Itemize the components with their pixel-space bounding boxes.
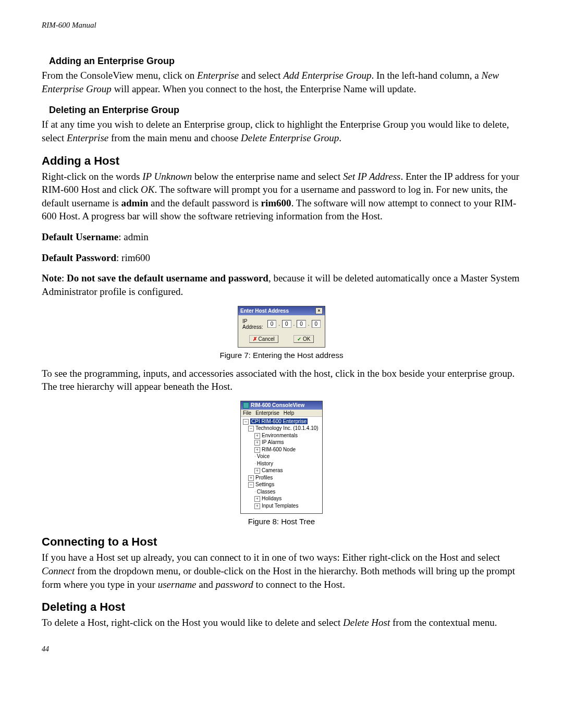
ip-address-row: IP Address: 0. 0. 0. 0	[238, 315, 325, 333]
ip-octet-1-input[interactable]: 0	[267, 320, 276, 328]
text: below the enterprise name and select	[192, 171, 343, 182]
text: and select	[239, 70, 283, 81]
ip-octet-3-input[interactable]: 0	[297, 320, 305, 328]
tree-node-profiles[interactable]: +Profiles	[243, 474, 320, 482]
expand-icon[interactable]: +	[254, 503, 260, 509]
note-line: Note: Do not save the default username a…	[42, 272, 521, 298]
tree-node-voice[interactable]: ·Voice	[243, 453, 320, 460]
cancel-button-label: Cancel	[259, 336, 275, 342]
tree-leaf-icon: ·	[254, 453, 256, 459]
heading-adding-host: Adding a Host	[42, 154, 521, 168]
menu-help[interactable]: Help	[284, 410, 295, 416]
text: From the ConsoleView menu, click on	[42, 70, 197, 81]
expand-icon[interactable]: +	[254, 496, 260, 502]
text: . In the left-hand column, a	[371, 70, 481, 81]
tree-leaf-icon: ·	[254, 489, 256, 495]
tree-leaf-icon: ·	[254, 461, 256, 466]
text: :	[62, 273, 67, 283]
dialog-titlebar: Enter Host Address ×	[238, 306, 325, 315]
menu-file[interactable]: File	[243, 410, 251, 416]
tree-node-cameras[interactable]: +Cameras	[243, 467, 320, 474]
figure-7-caption: Figure 7: Entering the Host address	[42, 351, 521, 360]
text-italic: Delete Host	[343, 617, 390, 628]
tree-label: Holidays	[262, 496, 282, 501]
text-italic: password	[216, 579, 253, 590]
figure-consoleview-window: RIM-600 ConsoleView File Enterprise Help…	[240, 401, 323, 514]
text: and the default password is	[148, 198, 261, 208]
ip-address-label: IP Address:	[242, 318, 265, 330]
window-titlebar: RIM-600 ConsoleView	[241, 401, 322, 410]
tree-node-rim600-node[interactable]: +RIM-600 Node	[243, 446, 320, 453]
expand-icon[interactable]: +	[254, 433, 260, 439]
ip-octet-2-input[interactable]: 0	[282, 320, 291, 328]
tree-label: Cameras	[262, 467, 283, 473]
text-italic: Enterprise	[67, 132, 108, 143]
para-add-enterprise-group: From the ConsoleView menu, click on Ente…	[42, 69, 521, 95]
tree-node-ip-alarms[interactable]: +IP Alarms	[243, 439, 320, 446]
heading-connecting-host: Connecting to a Host	[42, 535, 521, 549]
text-italic: IP Unknown	[142, 171, 192, 182]
collapse-icon[interactable]: −	[243, 419, 249, 425]
text: If you have a Host set up already, you c…	[42, 552, 500, 563]
host-tree: −CPI RIM-600 Enterprise −Technology Inc.…	[241, 417, 322, 514]
collapse-icon[interactable]: −	[248, 426, 254, 431]
tree-node-settings[interactable]: −Settings	[243, 481, 320, 488]
heading-add-enterprise-group: Adding an Enterprise Group	[49, 56, 521, 67]
expand-icon[interactable]: +	[254, 440, 260, 446]
tree-label: Classes	[257, 489, 276, 495]
tree-label-selected: CPI RIM-600 Enterprise	[250, 418, 308, 424]
tree-label: Voice	[257, 453, 270, 459]
default-username-value: : admin	[118, 231, 149, 242]
tree-label: Profiles	[255, 475, 273, 480]
tree-node-holidays[interactable]: +Holidays	[243, 495, 320, 502]
running-header: RIM-600 Manual	[42, 21, 521, 30]
tree-node-input-templates[interactable]: +Input Templates	[243, 502, 320, 510]
text: from the main menu and choose	[108, 132, 241, 143]
ok-button-label: OK	[303, 336, 310, 342]
ok-button[interactable]: ✓OK	[293, 335, 314, 343]
note-label: Note	[42, 273, 62, 283]
text-italic: Enterprise	[197, 70, 239, 81]
expand-icon[interactable]: +	[254, 468, 260, 474]
dot: .	[278, 321, 280, 327]
tree-label: RIM-600 Node	[262, 447, 296, 452]
text: and	[197, 579, 216, 590]
cancel-button[interactable]: ✗Cancel	[249, 335, 278, 343]
default-password-line: Default Password: rim600	[42, 251, 521, 265]
note-emphasis: Do not save the default username and pas…	[67, 273, 268, 283]
close-icon[interactable]: ×	[315, 307, 323, 314]
default-password-value: : rim600	[116, 252, 150, 263]
tree-label: Technology Inc. (10.1.4.10)	[255, 425, 319, 431]
app-icon	[243, 402, 249, 409]
expand-icon[interactable]: +	[248, 475, 254, 481]
figure-enter-host-address-dialog: Enter Host Address × IP Address: 0. 0. 0…	[238, 306, 325, 348]
tree-node-environmentals[interactable]: +Environmentals	[243, 432, 320, 439]
para-adding-host-main: Right-click on the words IP Unknown belo…	[42, 170, 521, 224]
para-after-figure-7: To see the programming, inputs, and acce…	[42, 367, 521, 393]
x-icon: ✗	[253, 336, 257, 342]
collapse-icon[interactable]: −	[248, 482, 254, 488]
tree-node-history[interactable]: ·History	[243, 460, 320, 467]
ip-octet-4-input[interactable]: 0	[312, 320, 321, 328]
dialog-title: Enter Host Address	[240, 308, 289, 314]
page-number: 44	[42, 645, 521, 653]
dot: .	[293, 321, 295, 327]
figure-8-caption: Figure 8: Host Tree	[42, 517, 521, 526]
window-title: RIM-600 ConsoleView	[251, 402, 304, 408]
menu-enterprise[interactable]: Enterprise	[255, 410, 279, 416]
text: Right-click on the words	[42, 171, 142, 182]
dot: .	[308, 321, 310, 327]
default-password-label: Default Password	[42, 252, 116, 263]
tree-label: Settings	[255, 482, 274, 487]
para-delete-enterprise-group: If at any time you wish to delete an Ent…	[42, 118, 521, 144]
tree-node-classes[interactable]: ·Classes	[243, 488, 320, 496]
expand-icon[interactable]: +	[254, 447, 260, 453]
para-connecting-host: If you have a Host set up already, you c…	[42, 551, 521, 591]
tree-node-host[interactable]: −Technology Inc. (10.1.4.10)	[243, 425, 320, 432]
tree-label: History	[257, 461, 273, 466]
tree-node-root[interactable]: −CPI RIM-600 Enterprise	[243, 418, 320, 425]
heading-delete-enterprise-group: Deleting an Enterprise Group	[49, 105, 521, 116]
text: from the contextual menu.	[390, 617, 497, 628]
text: .	[339, 132, 341, 143]
text: will appear. When you connect to the hos…	[112, 83, 416, 94]
